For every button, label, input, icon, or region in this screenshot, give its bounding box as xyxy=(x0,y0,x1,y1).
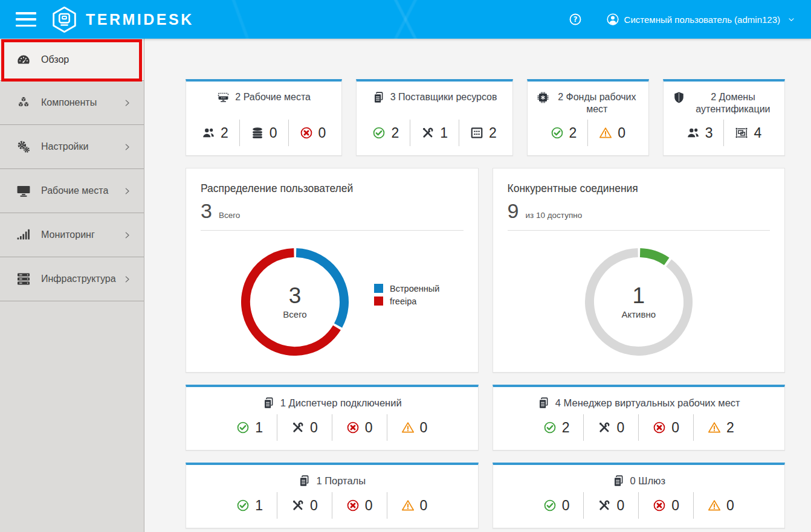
warning-triangle-icon xyxy=(401,499,415,512)
error-circle-icon xyxy=(300,126,313,139)
stat-maintenance: 1 xyxy=(410,125,459,141)
card-title: 3 Поставщики ресурсов xyxy=(372,91,497,104)
summary-card-auth-domains: 2 Домены аутентификации 3 4 xyxy=(663,79,785,156)
chevron-right-icon xyxy=(123,187,132,196)
signal-bars-icon xyxy=(16,228,31,242)
documents-icon xyxy=(372,91,385,104)
stat-error: 0 xyxy=(639,498,693,514)
stat-users: 2 xyxy=(191,125,239,141)
card-stats: 1 0 0 0 xyxy=(191,414,473,441)
warning-triangle-icon xyxy=(708,499,721,512)
error-circle-icon xyxy=(653,499,666,512)
shield-icon xyxy=(673,91,685,104)
app-header: TERMIDESK Системный пользователь (admin1… xyxy=(0,0,811,39)
dashboard-icon xyxy=(16,53,31,67)
sidebar-item-label: Мониторинг xyxy=(41,229,123,240)
sidebar-item-components[interactable]: Компоненты xyxy=(0,81,144,125)
sidebar-item-infrastructure[interactable]: Инфраструктура xyxy=(0,257,144,301)
stat-ok: 2 xyxy=(529,420,584,436)
card-title: 2 Фонды рабочих мест xyxy=(537,91,639,115)
card-title: 2 Рабочие места xyxy=(217,91,311,104)
user-circle-icon xyxy=(606,13,619,26)
card-title: 4 Менеджер виртуальных рабочих мест xyxy=(537,397,740,409)
sidebar-item-label: Рабочие места xyxy=(41,185,123,196)
sidebar-item-monitoring[interactable]: Мониторинг xyxy=(0,213,144,257)
user-distribution-card: Распределение пользователей 3 Всего 3 Вс… xyxy=(186,168,479,373)
question-circle-icon xyxy=(569,13,582,26)
stat-error: 0 xyxy=(332,498,387,514)
service-cards-row-2: 1 Порталы 1 0 0 0 xyxy=(186,463,785,528)
stat-warning: 0 xyxy=(387,420,442,436)
microchip-icon xyxy=(537,91,549,104)
stat-maintenance: 0 xyxy=(584,420,638,436)
summary-cards-row: 2 Рабочие места 2 0 0 xyxy=(186,79,785,156)
desktop-remote-icon xyxy=(217,91,230,104)
tools-icon xyxy=(291,499,305,512)
chart-legend: Встроенныйfreeipa xyxy=(374,281,439,309)
card-title: 1 Диспетчер подключений xyxy=(262,397,402,409)
stat-ok: 1 xyxy=(222,498,277,514)
chart-summary: 3 Всего xyxy=(201,200,464,221)
sidebar-item-overview[interactable]: Обзор xyxy=(0,39,144,81)
summary-card-resource-providers: 3 Поставщики ресурсов 2 1 2 xyxy=(356,79,512,156)
stat-warning: 2 xyxy=(694,420,748,436)
user-menu-button[interactable]: Системный пользователь (admin123) xyxy=(606,13,795,26)
help-button[interactable] xyxy=(569,13,582,26)
chart-title: Конкурентные соединения xyxy=(508,182,771,195)
stat-database: 0 xyxy=(240,125,288,141)
sidebar-item-label: Обзор xyxy=(41,54,132,65)
chevron-right-icon xyxy=(123,275,132,284)
table-icon xyxy=(470,126,483,139)
sidebar-item-settings[interactable]: Настройки xyxy=(0,125,144,169)
stat-object-group: 4 xyxy=(724,125,772,141)
stat-table: 2 xyxy=(459,125,508,141)
card-stats: 2 0 0 2 xyxy=(498,414,780,441)
stat-ok: 0 xyxy=(529,498,584,514)
sidebar-item-label: Инфраструктура xyxy=(41,274,123,284)
gears-icon xyxy=(16,139,31,154)
termidesk-logo-icon xyxy=(51,6,78,33)
stat-warning: 0 xyxy=(694,498,748,514)
legend-swatch xyxy=(374,284,383,293)
connections-donut: 1 Активно xyxy=(585,248,693,356)
warning-triangle-icon xyxy=(599,126,612,139)
sidebar-item-label: Компоненты xyxy=(41,97,123,108)
sidebar-item-workplaces[interactable]: Рабочие места xyxy=(0,169,144,213)
card-stats: 1 0 0 0 xyxy=(191,492,473,519)
concurrent-connections-card: Конкурентные соединения 9 из 10 доступно… xyxy=(493,168,786,373)
check-circle-icon xyxy=(236,421,250,434)
error-circle-icon xyxy=(653,421,666,434)
menu-toggle-button[interactable] xyxy=(16,12,36,27)
tools-icon xyxy=(598,421,611,434)
stat-maintenance: 0 xyxy=(277,420,332,436)
warning-triangle-icon xyxy=(401,421,415,434)
stat-error: 0 xyxy=(332,420,387,436)
service-card-vdi-manager: 4 Менеджер виртуальных рабочих мест 2 0 … xyxy=(493,385,786,450)
chevron-down-icon xyxy=(787,16,795,24)
cubes-icon xyxy=(16,95,31,110)
desktop-icon xyxy=(16,184,31,198)
stat-warning: 0 xyxy=(588,125,636,141)
legend-label: Встроенный xyxy=(390,284,439,293)
error-circle-icon xyxy=(346,421,360,434)
documents-icon xyxy=(298,475,311,487)
chart-title: Распределение пользователей xyxy=(201,182,464,195)
object-group-icon xyxy=(735,126,748,139)
main-content: 2 Рабочие места 2 0 0 xyxy=(144,39,811,532)
chevron-right-icon xyxy=(123,231,132,240)
database-icon xyxy=(251,126,264,139)
donut-center-caption: Всего xyxy=(283,309,306,319)
charts-row: Распределение пользователей 3 Всего 3 Вс… xyxy=(186,168,785,373)
donut-center-caption: Активно xyxy=(621,309,656,319)
donut-center-value: 1 xyxy=(632,284,645,308)
summary-value: 9 xyxy=(508,200,519,221)
stat-maintenance: 0 xyxy=(584,498,638,514)
card-stats: 0 0 0 0 xyxy=(498,492,780,519)
card-stats: 2 0 xyxy=(532,120,644,146)
chevron-right-icon xyxy=(123,98,132,107)
documents-icon xyxy=(537,397,550,409)
user-distribution-donut: 3 Всего xyxy=(241,248,349,356)
card-stats: 2 1 2 xyxy=(361,120,507,146)
warning-triangle-icon xyxy=(708,421,721,434)
users-icon xyxy=(202,126,215,139)
